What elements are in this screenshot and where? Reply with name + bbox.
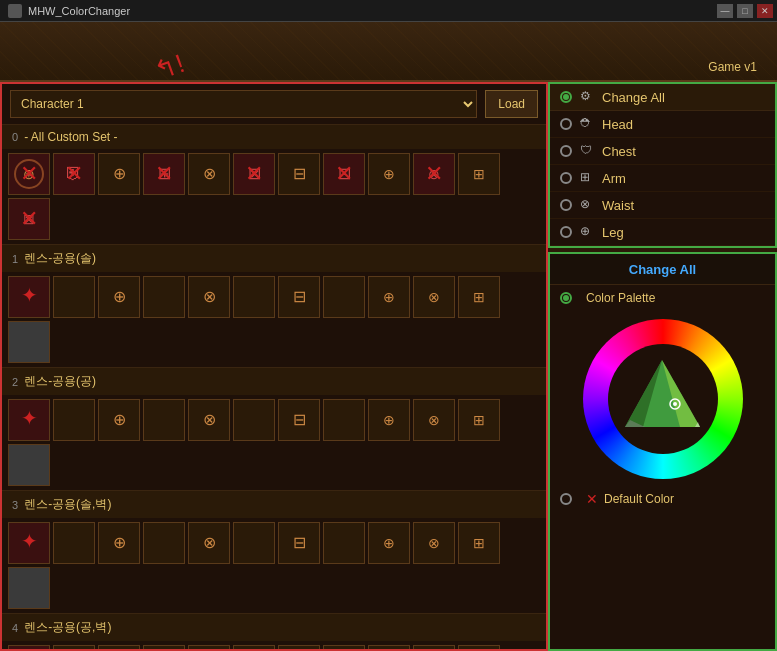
color-panel-title: Change All [629,262,696,277]
chest-icon: ⊕ [113,165,126,182]
change-all-top-item[interactable]: ⚙ Change All [550,84,775,111]
armor-slot[interactable] [323,399,365,441]
armor-slot[interactable]: ✕ ⊠ [233,153,275,195]
armor-slot[interactable]: ⊞ [458,522,500,564]
set-icons-3: ✦ ⊕ ⊗ ⊟ ⊕ [2,518,546,613]
default-color-radio[interactable] [560,493,572,505]
color-palette-radio[interactable] [560,292,572,304]
set-header-0: 0 - All Custom Set - [2,125,546,149]
armor-slot[interactable]: ⊕ [368,153,410,195]
armor-slot[interactable] [143,276,185,318]
armor-slot[interactable]: ⊟ [278,399,320,441]
body-part-chest[interactable]: 🛡 Chest [550,138,775,165]
leg-radio[interactable] [560,226,572,238]
armor-slot[interactable]: ⊗ [413,276,455,318]
header-pattern [0,22,777,82]
armor-slot[interactable]: ⊟ [278,522,320,564]
armor-slot[interactable]: ⊗ [413,522,455,564]
armor-slot[interactable] [53,645,95,649]
armor-slot[interactable]: ⊕ [98,645,140,649]
armor-slot[interactable] [8,567,50,609]
armor-slot[interactable]: ⊕ [98,276,140,318]
color-wheel-container[interactable] [550,311,775,487]
armor-slot[interactable]: ✕ ⊛ [8,153,50,195]
armor-slot[interactable]: ✕ ⊗ [413,153,455,195]
close-button[interactable]: ✕ [757,4,773,18]
armor-slot[interactable]: ✕ ⊠ [8,198,50,240]
armor-slot[interactable]: ⊟ [278,153,320,195]
armor-slot[interactable]: ✕ ⛨ [53,153,95,195]
armor-slot[interactable]: ✕ ⊡ [323,153,365,195]
armor-slot[interactable]: ⊕ [368,522,410,564]
armor-slot[interactable]: ⊕ [98,399,140,441]
character-dropdown[interactable]: Character 1 Character 2 Character 3 [10,90,477,118]
slot-icon: ⊕ [113,534,126,551]
minimize-button[interactable]: — [717,4,733,18]
armor-slot[interactable] [233,276,275,318]
set-icons-1: ✦ ⊕ ⊗ ⊟ ⊕ [2,272,546,367]
armor-slot[interactable]: ⊕ [98,153,140,195]
armor-slot[interactable] [143,399,185,441]
armor-slot[interactable]: ⊕ [368,645,410,649]
armor-slot[interactable]: ✦ [8,645,50,649]
body-part-waist[interactable]: ⊗ Waist [550,192,775,219]
body-part-head[interactable]: ⛑ Head [550,111,775,138]
armor-slot[interactable]: ⊗ [413,399,455,441]
maximize-button[interactable]: □ [737,4,753,18]
slot-icon: ⊞ [473,166,485,182]
set-icons-2: ✦ ⊕ ⊗ ⊟ ⊕ [2,395,546,490]
leg-icon: ⊕ [580,224,596,240]
armor-slot[interactable]: ⊗ [188,276,230,318]
armor-slot[interactable]: ⊕ [98,522,140,564]
arm-icon: ⊞ [580,170,596,186]
body-part-leg[interactable]: ⊕ Leg [550,219,775,246]
armor-slot[interactable] [323,522,365,564]
armor-slot[interactable]: ✦ [8,522,50,564]
head-radio[interactable] [560,118,572,130]
waist-radio[interactable] [560,199,572,211]
leg-label: Leg [602,225,624,240]
armor-slot[interactable]: ✦ [8,276,50,318]
load-button[interactable]: Load [485,90,538,118]
slot-icon: ⊗ [203,411,216,428]
armor-slot[interactable]: ⊗ [413,645,455,649]
chest-radio[interactable] [560,145,572,157]
armor-slot[interactable]: ⊞ [458,153,500,195]
armor-slot[interactable]: ⊕ [368,276,410,318]
body-part-panel: ⚙ Change All ⛑ Head 🛡 Chest ⊞ Arm [548,82,777,248]
armor-slot[interactable]: ⊗ [188,645,230,649]
armor-slot[interactable] [8,444,50,486]
armor-slot[interactable]: ⊞ [458,645,500,649]
armor-slot[interactable]: ⊗ [188,399,230,441]
default-color-label: Default Color [604,492,674,506]
armor-slot[interactable] [53,276,95,318]
armor-slot[interactable]: ⊞ [458,399,500,441]
slot-icon: ⊕ [383,289,395,305]
armor-slot[interactable] [8,321,50,363]
armor-slot[interactable] [233,645,275,649]
slot-icon: ⊞ [473,412,485,428]
armor-slot[interactable]: ⊞ [458,276,500,318]
color-wheel[interactable] [583,319,743,479]
arm-radio[interactable] [560,172,572,184]
armor-slot[interactable]: ✕ ⊞ [143,153,185,195]
armor-slot[interactable]: ✦ [8,399,50,441]
armor-slot[interactable] [323,645,365,649]
armor-slot[interactable]: ⊟ [278,276,320,318]
set-header-2: 2 렌스-공용(공) [2,368,546,395]
set-name-4: 렌스-공용(공,벽) [24,619,111,636]
armor-slot[interactable] [323,276,365,318]
armor-slot[interactable] [53,522,95,564]
armor-slot[interactable] [233,522,275,564]
armor-slot[interactable]: ⊗ [188,522,230,564]
armor-slot[interactable]: ⊟ [278,645,320,649]
armor-slot[interactable] [143,522,185,564]
armor-slot[interactable]: ⊗ [188,153,230,195]
chest-label: Chest [602,144,636,159]
armor-slot[interactable] [233,399,275,441]
change-all-radio[interactable] [560,91,572,103]
armor-slot[interactable] [143,645,185,649]
body-part-arm[interactable]: ⊞ Arm [550,165,775,192]
armor-slot[interactable] [53,399,95,441]
armor-slot[interactable]: ⊕ [368,399,410,441]
